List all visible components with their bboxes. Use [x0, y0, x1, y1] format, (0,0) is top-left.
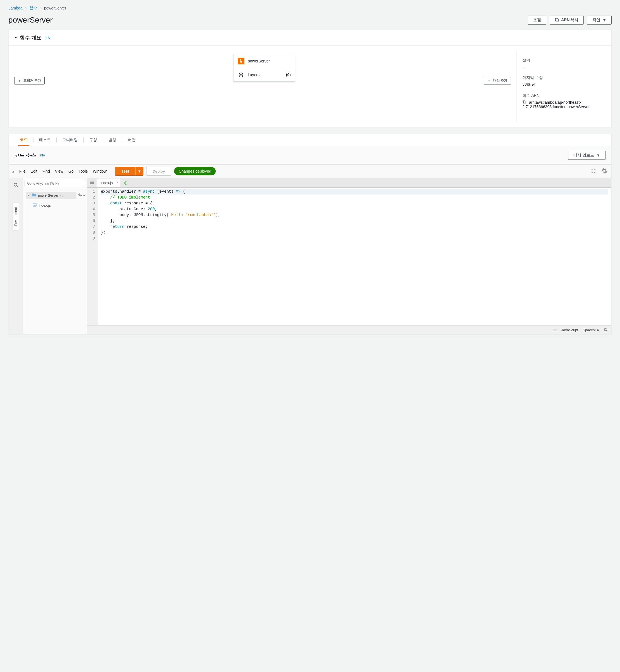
- copy-icon: [555, 18, 559, 22]
- tab-list-icon[interactable]: [87, 178, 97, 187]
- tab-config[interactable]: 구성: [89, 134, 97, 146]
- add-trigger-button[interactable]: ＋ 트리거 추가: [14, 77, 45, 85]
- tab-test[interactable]: 테스트: [39, 134, 51, 146]
- cursor-position[interactable]: 1:1: [552, 328, 557, 332]
- lambda-icon: [238, 58, 245, 64]
- deploy-button: Deploy: [146, 167, 171, 176]
- menu-tools[interactable]: Tools: [79, 169, 88, 173]
- chevron-right-icon: ›: [25, 6, 27, 10]
- function-card[interactable]: powerServer Layers (0): [234, 54, 295, 82]
- collapse-arrow-icon: ▼: [14, 36, 17, 40]
- svg-point-2: [14, 183, 17, 186]
- chevron-down-icon: ▼: [28, 194, 30, 197]
- layers-icon: [238, 71, 245, 78]
- svg-rect-5: [90, 181, 94, 181]
- copy-arn-button[interactable]: ARN 복사: [550, 16, 584, 24]
- description-value: -: [522, 65, 606, 69]
- caret-down-icon: ▼: [596, 153, 600, 158]
- test-button[interactable]: Test ▾: [115, 167, 143, 176]
- function-overview-header[interactable]: ▼ 함수 개요 Info: [9, 30, 611, 46]
- menu-file[interactable]: File: [19, 169, 26, 173]
- plus-icon: ＋: [487, 78, 491, 83]
- tab-version[interactable]: 버전: [128, 134, 136, 146]
- info-link[interactable]: Info: [45, 36, 50, 40]
- go-to-anything-input[interactable]: [24, 180, 85, 187]
- svg-rect-0: [556, 19, 558, 21]
- page-title: powerServer: [8, 16, 53, 24]
- menu-window[interactable]: Window: [93, 169, 107, 173]
- tab-monitoring[interactable]: 모니터링: [62, 134, 78, 146]
- caret-down-icon: ▼: [603, 18, 606, 22]
- fullscreen-icon[interactable]: [591, 168, 596, 174]
- layers-count: (0): [286, 72, 291, 77]
- breadcrumb-current: powerServer: [44, 6, 66, 10]
- tree-root-folder[interactable]: ▼ powerServer - /: [26, 192, 76, 199]
- copy-icon[interactable]: [522, 100, 526, 105]
- folder-icon: [32, 193, 36, 198]
- svg-rect-6: [90, 182, 94, 183]
- gear-icon[interactable]: [603, 327, 608, 333]
- plus-icon: ＋: [18, 78, 21, 83]
- gear-icon[interactable]: ▾: [78, 193, 85, 198]
- menu-find[interactable]: Find: [42, 169, 50, 173]
- close-icon[interactable]: ×: [116, 181, 118, 184]
- function-arn-label: 함수 ARN: [522, 93, 606, 98]
- info-link[interactable]: Info: [39, 153, 45, 157]
- function-name: powerServer: [248, 59, 270, 63]
- actions-button[interactable]: 작업 ▼: [587, 16, 612, 24]
- function-arn-value: arn:aws:lambda:ap-northeast-2:7121753663…: [522, 100, 606, 109]
- description-label: 설명: [522, 58, 606, 63]
- last-modified-label: 마지막 수정: [522, 75, 606, 80]
- add-tab-icon[interactable]: ⊕: [121, 180, 131, 186]
- line-gutter: 123456789: [87, 188, 98, 325]
- svg-rect-7: [90, 183, 94, 184]
- language-mode[interactable]: JavaScript: [561, 328, 578, 332]
- breadcrumb-lambda[interactable]: Lambda: [8, 6, 22, 10]
- menu-collapse-icon[interactable]: ▴: [12, 169, 14, 173]
- gear-icon[interactable]: [601, 168, 608, 175]
- js-file-icon: </>: [32, 203, 37, 208]
- tab-code[interactable]: 코드: [20, 134, 28, 146]
- search-icon[interactable]: [11, 180, 21, 191]
- add-destination-button[interactable]: ＋ 대상 추가: [484, 77, 511, 85]
- breadcrumb: Lambda › 함수 › powerServer: [8, 6, 612, 11]
- menu-view[interactable]: View: [55, 169, 63, 173]
- breadcrumb-functions[interactable]: 함수: [29, 6, 37, 11]
- layers-row[interactable]: Layers (0): [234, 68, 295, 81]
- svg-rect-1: [523, 101, 526, 103]
- code-source-title: 코드 소스: [14, 152, 36, 159]
- changes-deployed-badge: Changes deployed: [174, 167, 216, 175]
- sidebar-environment-tab[interactable]: Environment: [12, 203, 19, 231]
- layers-label: Layers: [248, 72, 259, 77]
- upload-from-button[interactable]: 에서 업로드 ▼: [568, 151, 606, 160]
- code-editor[interactable]: 123456789 exports.handler = async (event…: [87, 188, 611, 325]
- menu-go[interactable]: Go: [68, 169, 74, 173]
- test-dropdown[interactable]: ▾: [135, 167, 143, 175]
- chevron-right-icon: ›: [40, 6, 41, 10]
- editor-tab-index[interactable]: index.js ×: [97, 178, 121, 187]
- tree-file-index[interactable]: </> index.js: [23, 202, 87, 209]
- throttle-button[interactable]: 조절: [528, 16, 546, 24]
- menu-edit[interactable]: Edit: [31, 169, 37, 173]
- tab-alias[interactable]: 별칭: [109, 134, 116, 146]
- last-modified-value: 53초 전: [522, 82, 606, 87]
- svg-text:</>: </>: [34, 205, 36, 206]
- indent-mode[interactable]: Spaces: 4: [583, 328, 599, 332]
